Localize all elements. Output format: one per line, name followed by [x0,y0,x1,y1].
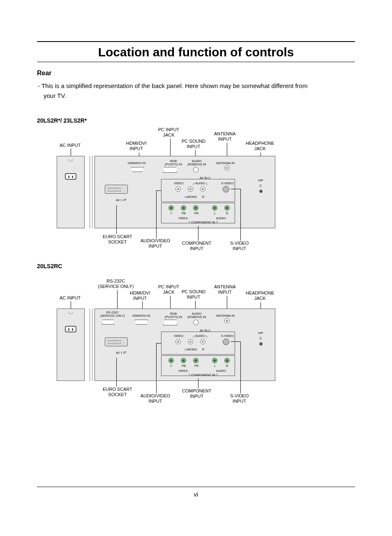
callout-av-input: AUDIO/VIDEO INPUT [141,238,170,248]
leader-line [156,343,161,343]
panel-svideo-label: S-VIDEO [221,182,234,185]
text: INPUT [233,246,246,251]
svideo-port-icon [223,339,229,345]
leader-line [156,343,157,393]
panel-pb-label: PB [182,364,186,368]
rca-video-icon [175,186,181,192]
callout-headphone: HEADPHONE JACK [246,141,274,151]
callout-ac-input: AC INPUT [60,143,81,148]
text: JACK [163,290,175,295]
text: AUDIO [195,181,205,185]
text: JACK [163,132,175,137]
leader-line [116,358,117,387]
leader-line [198,226,198,241]
vga-port-icon [163,320,177,325]
callout-antenna: ANTENNA INPUT [214,284,236,295]
callout-component: COMPONENT INPUT [182,388,212,399]
panel-antenna-label: ANTENNA IN [216,314,235,318]
model-label-2: 20LS2RC [37,263,355,269]
scart-port-icon: ++++++++++++++++++ [105,337,128,346]
vga-port-icon [163,167,177,173]
panel-video2-label: VIDEO [178,369,188,373]
body-line-2: your TV. [38,91,355,101]
panel-lmono-label: L/MONO [185,348,197,351]
text: AUDIO [195,334,205,338]
callout-svideo: S-VIDEO INPUT [230,241,249,251]
panel-audio2-label: AUDIO [216,369,226,373]
text: ANTENNA [214,131,236,136]
text: (RGB/DVI) IN [187,162,206,166]
callout-svideo: S-VIDEO INPUT [230,393,249,404]
text: COMPONENT IN [191,373,215,377]
panel-r-label: R [202,195,204,199]
antenna-jack-icon [224,318,230,323]
headphone-jack-icon [259,190,263,193]
text: ANTENNA [214,284,236,289]
component-y-icon [168,358,174,363]
text: INPUT [233,399,246,404]
text: EURO SCART [103,387,132,392]
text: COMPONENT IN [191,220,215,224]
headphone-jack-icon [259,342,263,346]
scart-pins: ++++++++++++++++++ [107,339,121,345]
panel-svideo-label: S-VIDEO [221,334,234,338]
scart-port-icon: ++++++++++++++++++ [105,185,128,194]
panel-audio-label: AUDIO (RGB/DVI) IN [187,160,206,167]
component-r-icon [224,205,230,211]
top-rule [37,41,355,42]
headphone-icon: ♫ [259,336,262,340]
panel-antenna-label: ANTENNA IN [216,162,235,165]
section-body: - This is a simplified representation of… [37,81,355,101]
text: HDMI/DVI [130,290,150,295]
panel-audio-label: AUDIO (RGB/DVI) IN [187,312,206,319]
rca-video-icon [175,339,181,344]
hdmi-port-icon [131,167,144,172]
audio-jack-icon [193,167,198,172]
callout-pc-sound: PC SOUND INPUT [182,289,205,299]
panel-audio-label2: ┌ AUDIO ┐ [192,182,208,185]
panel-component-in-label: └ COMPONENT IN ┘ [188,374,218,377]
panel-hp-label: H/P [258,179,263,182]
panel-av1-label: AV 1 ⮂ [116,199,127,202]
component-pr-icon [193,358,198,363]
text: PC SOUND [182,289,205,294]
ac-socket-icon [65,173,76,180]
panel-break [90,156,90,228]
panel-component-in-label: └ COMPONENT IN ┘ [188,221,218,224]
section-subhead: Rear [37,70,355,77]
component-l-icon [212,205,217,211]
rca-audio-r-icon [200,339,205,344]
panel-lmono-label: L/MONO [185,195,197,199]
text: EURO SCART [103,234,132,239]
leader-line [71,301,71,309]
text: INPUT [218,290,232,295]
text: COMPONENT [182,388,212,393]
text: JACK [254,146,266,151]
text: PC INPUT [158,284,179,289]
text: INPUT [190,394,203,399]
text: PC INPUT [158,127,179,132]
callout-av-input: AUDIO/VIDEO INPUT [141,393,170,404]
ac-panel [57,156,85,228]
text: SOCKET [108,392,127,397]
panel-video-label: VIDEO [174,182,183,185]
model-label-1: 20LS2R*/ 23LS2R* [37,117,355,124]
text: PC SOUND [182,139,205,144]
text: S-VIDEO [230,241,249,246]
text: (RGB/DVI) IN [187,315,206,319]
text: INPUT [149,399,162,404]
title-rule [37,62,355,62]
panel-av1-label: AV 1 ⮂ [116,351,127,355]
text: AV 1 [116,198,122,202]
text: INPUT [129,146,143,151]
leader-line [156,190,161,191]
headphone-icon: ♫ [259,183,262,188]
panel-avin2-label: AV IN 2 [200,329,210,332]
leader-line [231,189,240,189]
leader-line [198,378,198,388]
panel-y-label: Y [170,212,172,215]
rca-audio-r-icon [200,186,205,192]
rear-panel-diagram-1: AC INPUT HDMI/DVI INPUT PC INPUT JACK PC… [37,127,355,251]
panel-r-label: R [202,348,204,351]
callout-euro-scart: EURO SCART SOCKET [103,234,132,244]
